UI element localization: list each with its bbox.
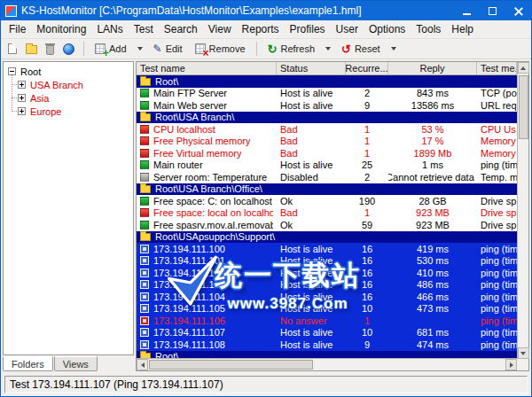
scroll-right-arrow[interactable]	[505, 359, 517, 370]
add-button[interactable]: Add	[90, 41, 132, 57]
add-dropdown-button[interactable]	[134, 44, 146, 53]
test-row[interactable]: Main FTP ServerHost is alive2843 msTCP (…	[137, 88, 517, 100]
test-recurrences: 10	[346, 327, 388, 339]
test-row[interactable]: CPU localhostBad153 %CPU Us	[137, 123, 517, 136]
new-file-icon	[8, 43, 17, 54]
expand-icon[interactable]	[18, 94, 26, 102]
menu-item-monitoring[interactable]: Monitoring	[31, 21, 91, 37]
menu-item-reports[interactable]: Reports	[237, 21, 285, 37]
test-reply: 843 ms	[388, 88, 477, 100]
disabled-status-icon	[140, 173, 149, 182]
test-row[interactable]: Free Virtual memoryBad11899 MbMemory	[137, 147, 517, 160]
test-row[interactable]: Server room: TemperatureDisabled2Cannot …	[137, 171, 517, 183]
menu-item-profiles[interactable]: Profiles	[285, 21, 331, 37]
folder-row[interactable]: Root\USApsuppch\Support\	[137, 231, 517, 244]
test-row[interactable]: 173.194.111.100Host is alive16419 msping…	[137, 243, 517, 255]
menu-item-view[interactable]: View	[203, 21, 237, 37]
test-row[interactable]: Main routerHost is alive251 msping (tim	[137, 160, 517, 172]
folder-row[interactable]: Root\	[137, 75, 517, 88]
collapse-icon[interactable]	[8, 67, 16, 75]
test-row[interactable]: 173.194.111.108Host is alive9474 msping …	[137, 339, 517, 351]
reset-dropdown-button[interactable]	[387, 44, 400, 53]
test-row[interactable]: Free spasrv.mov.al.removable on loc...Ok…	[137, 219, 517, 231]
column-header-method[interactable]: Test me...	[477, 62, 517, 74]
new-file-button[interactable]	[4, 41, 20, 57]
test-status: Bad	[277, 207, 346, 220]
vertical-scroll-thumb[interactable]	[519, 75, 528, 139]
tree-item-asia[interactable]: Asia	[4, 91, 133, 105]
menu-item-help[interactable]: Help	[446, 21, 479, 37]
menu-item-user[interactable]: User	[331, 21, 364, 37]
refresh-dropdown-button[interactable]	[322, 44, 334, 53]
test-row[interactable]: Free space: local on localhostBad1923 MB…	[137, 207, 517, 220]
test-method: ping (tim	[477, 267, 517, 279]
test-row[interactable]: 173.194.111.103Host is alive16486 msping…	[137, 279, 517, 292]
menu-item-lans[interactable]: LANs	[91, 21, 128, 37]
menu-item-search[interactable]: Search	[159, 21, 203, 37]
tab-folders[interactable]: Folders	[3, 356, 53, 371]
tree-item-root[interactable]: Root	[4, 65, 133, 78]
test-row[interactable]: 173.194.111.101Host is alive16530 msping…	[137, 255, 517, 268]
menu-item-file[interactable]: File	[4, 21, 31, 37]
test-row[interactable]: 173.194.111.102Host is alive16410 msping…	[137, 267, 517, 279]
folder-path: Root\USA Branch\	[155, 112, 234, 122]
network-button[interactable]	[59, 41, 78, 58]
column-header-name[interactable]: Test name	[137, 62, 277, 74]
test-status: Host is alive	[277, 267, 346, 279]
test-status: Host is alive	[277, 279, 346, 292]
expand-icon[interactable]	[18, 81, 26, 89]
test-row[interactable]: 173.194.111.107Host is alive10681 msping…	[137, 327, 517, 339]
maximize-button[interactable]	[480, 1, 505, 20]
test-reply: 681 ms	[388, 327, 477, 339]
minimize-button[interactable]	[454, 1, 480, 20]
test-reply: 17 %	[388, 136, 477, 148]
test-recurrences: 1	[346, 136, 388, 148]
remove-button[interactable]: Remove	[190, 41, 251, 57]
test-row[interactable]: Main Web serverHost is alive913586 msURL…	[137, 99, 517, 112]
vertical-scrollbar[interactable]	[517, 62, 528, 359]
test-row[interactable]: 173.194.111.105Host is alive10473 msping…	[137, 303, 517, 315]
cell-test-name: CPU localhost	[137, 123, 277, 136]
column-header-reply[interactable]: Reply	[388, 62, 477, 74]
menu-item-tools[interactable]: Tools	[411, 21, 446, 37]
cell-test-name: Free space: local on localhost	[137, 207, 277, 220]
folder-row[interactable]: Root\USA Branch\Office\	[137, 183, 517, 196]
cell-test-name: Free Virtual memory	[137, 147, 277, 160]
open-folder-button[interactable]	[22, 41, 41, 57]
main-content: Root USA BranchAsiaEurope FoldersViews T…	[1, 59, 531, 373]
tab-views[interactable]: Views	[54, 356, 98, 371]
refresh-icon	[268, 43, 278, 55]
test-row[interactable]: Free space: C: on localhostOk19028 GBDri…	[137, 195, 517, 207]
column-header-status[interactable]: Status	[277, 62, 346, 74]
tree-item-europe[interactable]: Europe	[4, 105, 133, 118]
test-recurrences: 16	[346, 267, 388, 279]
edit-button[interactable]: Edit	[148, 41, 188, 57]
pencil-icon	[153, 43, 162, 54]
tree-item-usa-branch[interactable]: USA Branch	[4, 78, 133, 91]
scroll-up-arrow[interactable]	[518, 62, 529, 74]
test-method: ping (tim	[477, 291, 517, 303]
horizontal-scrollbar[interactable]	[137, 358, 517, 370]
chevron-down-icon	[391, 47, 396, 51]
test-status: Host is alive	[277, 255, 346, 268]
cell-test-name: 173.194.111.106	[137, 315, 277, 327]
scroll-left-arrow[interactable]	[137, 359, 148, 370]
close-button[interactable]	[505, 1, 531, 20]
scroll-down-arrow[interactable]	[518, 347, 529, 359]
test-row[interactable]: 173.194.111.106No answer1ping (tim	[137, 315, 517, 327]
menu-item-test[interactable]: Test	[129, 21, 159, 37]
test-row[interactable]: 173.194.111.104Host is alive16466 msping…	[137, 291, 517, 303]
refresh-button[interactable]: Refresh	[262, 41, 320, 58]
expand-icon[interactable]	[18, 107, 26, 115]
test-row[interactable]: Free Physical memoryBad117 %Memory	[137, 136, 517, 148]
reset-button[interactable]: Reset	[336, 41, 386, 58]
table-header: Test nameStatusRecurre...ReplyTest me...	[137, 62, 528, 75]
menu-item-options[interactable]: Options	[364, 21, 411, 37]
tree-item-label: Europe	[30, 106, 61, 117]
horizontal-scroll-thumb[interactable]	[149, 360, 313, 370]
delete-button[interactable]	[43, 41, 58, 58]
column-header-rec[interactable]: Recurre...	[346, 62, 388, 74]
folder-row[interactable]: Root\	[137, 351, 517, 359]
folder-row[interactable]: Root\USA Branch\	[137, 112, 517, 124]
folder-tree-panel: Root USA BranchAsiaEurope FoldersViews	[3, 61, 134, 371]
